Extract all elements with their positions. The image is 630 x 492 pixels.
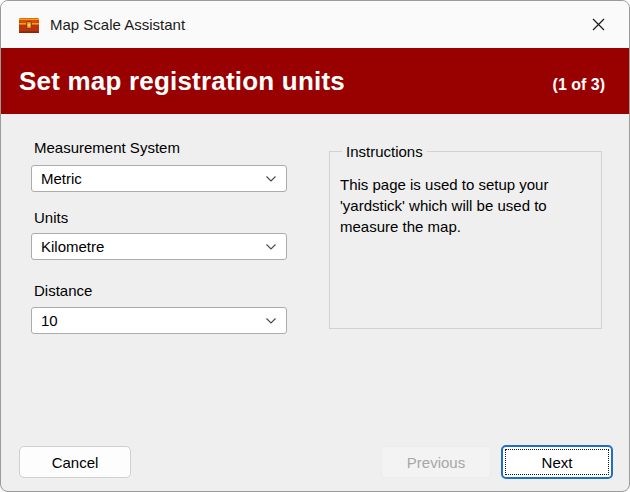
measurement-system-label: Measurement System [34,139,180,156]
instructions-legend: Instructions [342,143,427,160]
units-combobox[interactable]: Kilometre [31,233,287,260]
previous-button[interactable]: Previous [381,446,491,478]
close-button[interactable] [575,8,621,42]
instructions-groupbox: Instructions This page is used to setup … [329,143,602,329]
step-indicator: (1 of 3) [553,68,605,94]
distance-value: 10 [41,312,265,329]
measurement-system-combobox[interactable]: Metric [31,165,287,192]
measurement-system-value: Metric [41,170,265,187]
next-button[interactable]: Next [501,445,613,479]
chevron-down-icon [265,175,277,183]
wizard-header: Set map registration units (1 of 3) [1,48,629,114]
chevron-down-icon [265,317,277,325]
page-title: Set map registration units [19,66,345,97]
cancel-button[interactable]: Cancel [19,446,131,478]
distance-label: Distance [34,282,92,299]
window-title: Map Scale Assistant [50,16,575,33]
instructions-text: This page is used to setup your 'yardsti… [340,174,591,237]
dialog-window: Map Scale Assistant Set map registration… [0,0,630,492]
chevron-down-icon [265,243,277,251]
units-label: Units [34,209,68,226]
distance-combobox[interactable]: 10 [31,307,287,334]
titlebar: Map Scale Assistant [1,1,629,48]
app-icon [18,15,40,35]
close-icon [591,17,606,32]
units-value: Kilometre [41,238,265,255]
